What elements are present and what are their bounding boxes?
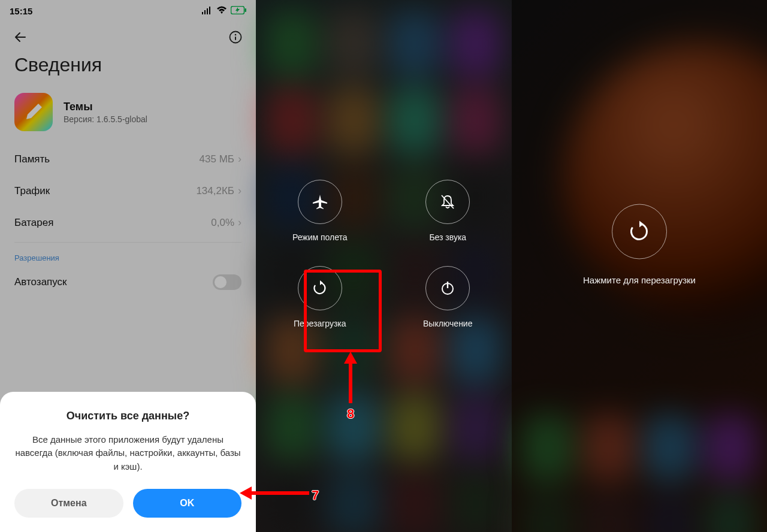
- svg-rect-8: [235, 37, 236, 40]
- info-icon: [229, 31, 242, 44]
- cancel-label: Отмена: [51, 498, 87, 509]
- app-header: Темы Версия: 1.6.5.5-global: [0, 93, 256, 143]
- shutdown-label: Выключение: [423, 319, 472, 328]
- chevron-right-icon: ›: [238, 153, 241, 165]
- ok-button[interactable]: OK: [133, 489, 242, 518]
- svg-rect-5: [245, 8, 247, 12]
- app-icon: [14, 93, 53, 131]
- status-time: 15:15: [10, 6, 32, 16]
- bell-off-icon: [439, 193, 457, 211]
- reboot-icon: [627, 220, 651, 244]
- row-value: 0,0%: [211, 217, 234, 229]
- row-battery[interactable]: Батарея 0,0%›: [0, 207, 256, 238]
- app-name: Темы: [64, 101, 147, 113]
- ok-label: OK: [180, 498, 194, 509]
- silent-mode-item[interactable]: Без звука: [425, 180, 470, 242]
- shutdown-item[interactable]: Выключение: [423, 266, 472, 328]
- back-button[interactable]: [12, 29, 29, 46]
- clear-data-dialog: Очистить все данные? Все данные этого пр…: [0, 392, 256, 533]
- svg-rect-2: [207, 8, 208, 14]
- info-button[interactable]: [227, 29, 244, 46]
- status-icons: [202, 6, 246, 16]
- app-info-screen: 15:15 Сведения Темы Версия: 1.6.5.5-: [0, 0, 256, 532]
- reboot-confirm-screen: Нажмите для перезагрузки: [512, 0, 767, 532]
- chevron-right-icon: ›: [238, 185, 241, 197]
- svg-line-9: [442, 195, 454, 208]
- app-text: Темы Версия: 1.6.5.5-global: [64, 101, 147, 124]
- row-label: Автозапуск: [14, 276, 67, 288]
- svg-rect-1: [204, 10, 206, 14]
- wifi-icon: [216, 6, 227, 16]
- airplane-icon: [311, 193, 329, 211]
- dialog-title: Очистить все данные?: [14, 410, 241, 422]
- row-traffic[interactable]: Трафик 134,2КБ›: [0, 175, 256, 207]
- brush-icon: [23, 101, 44, 123]
- dialog-actions: Отмена OK: [14, 489, 241, 518]
- svg-rect-0: [202, 12, 203, 14]
- cancel-button[interactable]: Отмена: [14, 489, 123, 518]
- signal-icon: [202, 6, 213, 16]
- power-menu-screen: Режим полета Без звука Перезагрузка Выкл…: [256, 0, 512, 532]
- airplane-mode-item[interactable]: Режим полета: [292, 180, 348, 242]
- row-value: 435 МБ: [200, 153, 234, 165]
- app-version: Версия: 1.6.5.5-global: [64, 114, 147, 124]
- row-memory[interactable]: Память 435 МБ›: [0, 143, 256, 175]
- reboot-confirm[interactable]: Нажмите для перезагрузки: [583, 204, 696, 285]
- reboot-confirm-label: Нажмите для перезагрузки: [583, 275, 696, 285]
- dialog-body: Все данные этого приложения будут удален…: [14, 433, 241, 474]
- arrow-left-icon: [13, 30, 28, 44]
- annotation-highlight-8: [304, 270, 382, 352]
- silent-label: Без звука: [429, 232, 466, 242]
- row-label: Батарея: [14, 217, 53, 229]
- airplane-label: Режим полета: [292, 232, 348, 242]
- status-bar: 15:15: [0, 0, 256, 19]
- row-label: Трафик: [14, 185, 50, 197]
- row-value: 134,2КБ: [196, 185, 234, 197]
- row-autostart[interactable]: Автозапуск: [0, 268, 256, 296]
- power-grid: Режим полета Без звука Перезагрузка Выкл…: [256, 180, 512, 328]
- nav-row: [0, 19, 256, 50]
- chevron-right-icon: ›: [238, 216, 241, 229]
- row-label: Память: [14, 153, 50, 165]
- divider: [14, 242, 241, 243]
- battery-charging-icon: [231, 6, 246, 16]
- autostart-toggle[interactable]: [213, 274, 241, 290]
- svg-rect-3: [209, 7, 210, 14]
- power-icon: [439, 279, 457, 297]
- section-permissions: Разрешения: [0, 250, 256, 268]
- svg-point-7: [235, 34, 237, 36]
- page-title: Сведения: [0, 50, 256, 93]
